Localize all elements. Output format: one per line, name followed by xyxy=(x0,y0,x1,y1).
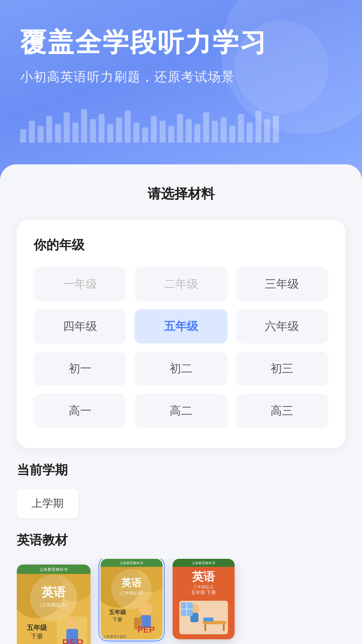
main-card: 请选择材料 你的年级 一年级二年级三年级四年级五年级六年级初一初二初三高一高二高… xyxy=(0,164,362,644)
textbook-row: 英语 （三年级起点） 义务教育教科书 五年级 下册 PEP xyxy=(17,559,345,644)
textbook-label: 英语教材 xyxy=(17,532,345,549)
soundwave-bar xyxy=(160,121,166,143)
soundwave-bar xyxy=(212,121,218,143)
svg-text:义务教育教科书: 义务教育教科书 xyxy=(40,567,68,572)
soundwave-bar xyxy=(64,112,70,143)
semester-section: 当前学期 上学期 xyxy=(17,462,345,518)
soundwave-bar xyxy=(238,114,244,143)
svg-text:义务教育教科书: 义务教育教科书 xyxy=(120,561,143,565)
hero-title: 覆盖全学段听力学习 xyxy=(20,27,342,58)
svg-text:（三年级起点）: （三年级起点） xyxy=(37,602,70,607)
book-cover-main: 英语 （三年级起点） 义务教育教科书 五年级 下册 PEP xyxy=(17,565,90,644)
grade-card: 你的年级 一年级二年级三年级四年级五年级六年级初一初二初三高一高二高三 xyxy=(17,220,345,448)
textbook-item-renjiaoban[interactable]: 英语 （三年级起点） 义务教育教科书 五年级 下册 PEP 人民教育出版社 xyxy=(101,559,163,644)
soundwave-bar xyxy=(99,114,105,143)
soundwave-bar xyxy=(107,124,113,143)
grade-button-g9[interactable]: 初三 xyxy=(236,352,328,386)
svg-text:五年级: 五年级 xyxy=(109,609,126,615)
semester-button-shangxueqi[interactable]: 上学期 xyxy=(17,489,78,518)
soundwave-bar xyxy=(116,117,122,143)
soundwave-bar xyxy=(221,117,227,143)
book-cover-renjiaoban: 英语 （三年级起点） 义务教育教科书 五年级 下册 PEP 人民教育出版社 xyxy=(101,559,163,639)
soundwave-bar xyxy=(247,122,253,143)
soundwave-visualization xyxy=(20,102,342,143)
textbook-item-waiyanbан[interactable]: 义务教育教科书 英语 三年级起点 五年级 下册 xyxy=(173,559,235,644)
soundwave-bar xyxy=(55,124,61,143)
svg-text:PEP: PEP xyxy=(62,637,83,644)
semester-label: 当前学期 xyxy=(17,462,345,479)
soundwave-bar xyxy=(229,126,235,143)
svg-text:英语: 英语 xyxy=(192,570,215,583)
grade-button-g12[interactable]: 高三 xyxy=(236,394,328,428)
grade-grid: 一年级二年级三年级四年级五年级六年级初一初二初三高一高二高三 xyxy=(34,267,328,428)
soundwave-bar xyxy=(273,116,279,143)
grade-button-g3[interactable]: 三年级 xyxy=(236,267,328,301)
grade-button-g5[interactable]: 五年级 xyxy=(134,309,227,343)
soundwave-bar xyxy=(20,129,26,143)
soundwave-bar xyxy=(29,121,35,143)
textbook-item-main[interactable]: 英语 （三年级起点） 义务教育教科书 五年级 下册 PEP xyxy=(17,565,90,644)
svg-text:义务教育教科书: 义务教育教科书 xyxy=(192,561,215,565)
grade-button-g7[interactable]: 初一 xyxy=(34,352,126,386)
hero-section: 覆盖全学段听力学习 小初高英语听力刷题，还原考试场景 xyxy=(0,0,362,174)
svg-point-24 xyxy=(139,602,153,616)
material-section-title: 请选择材料 xyxy=(17,184,345,203)
soundwave-bar xyxy=(264,119,270,143)
svg-rect-41 xyxy=(203,618,214,622)
book-cover-waiyanbаn: 义务教育教科书 英语 三年级起点 五年级 下册 xyxy=(173,559,235,639)
svg-rect-37 xyxy=(204,624,206,631)
svg-text:下册: 下册 xyxy=(112,616,122,622)
soundwave-bar xyxy=(90,119,96,143)
svg-text:人民教育出版社: 人民教育出版社 xyxy=(103,635,127,638)
soundwave-bar xyxy=(255,111,261,143)
grade-section-label: 你的年级 xyxy=(34,236,328,254)
soundwave-bar xyxy=(194,124,200,143)
grade-button-g6[interactable]: 六年级 xyxy=(236,309,328,343)
soundwave-bar xyxy=(177,114,183,143)
svg-text:五年级 下册: 五年级 下册 xyxy=(191,590,216,595)
grade-button-g8[interactable]: 初二 xyxy=(134,352,227,386)
hero-subtitle: 小初高英语听力刷题，还原考试场景 xyxy=(20,68,342,86)
grade-button-g1: 一年级 xyxy=(34,267,126,301)
soundwave-bar xyxy=(81,109,87,143)
svg-text:PEP: PEP xyxy=(137,625,155,635)
soundwave-bar xyxy=(168,126,174,143)
soundwave-bar xyxy=(142,127,148,143)
soundwave-bar xyxy=(133,122,139,143)
soundwave-bar xyxy=(186,119,192,143)
svg-text:英语: 英语 xyxy=(41,585,66,599)
svg-text:五年级: 五年级 xyxy=(27,624,47,631)
svg-text:英语: 英语 xyxy=(121,577,142,588)
grade-button-g2: 二年级 xyxy=(134,267,227,301)
textbook-section: 英语教材 英语 （三年级起点） xyxy=(17,532,345,644)
soundwave-bar xyxy=(125,111,131,143)
svg-rect-38 xyxy=(223,624,225,631)
svg-point-11 xyxy=(66,617,78,629)
svg-text:（三年级起点）: （三年级起点） xyxy=(117,591,145,595)
soundwave-bar xyxy=(203,112,209,143)
soundwave-bar xyxy=(38,126,44,143)
grade-button-g4[interactable]: 四年级 xyxy=(34,309,126,343)
svg-text:下册: 下册 xyxy=(31,633,43,640)
soundwave-bar xyxy=(151,116,157,143)
svg-text:三年级起点: 三年级起点 xyxy=(193,585,214,589)
soundwave-bar xyxy=(72,122,78,143)
soundwave-bar xyxy=(46,116,52,143)
grade-button-g10[interactable]: 高一 xyxy=(34,394,126,428)
grade-button-g11[interactable]: 高二 xyxy=(134,394,227,428)
